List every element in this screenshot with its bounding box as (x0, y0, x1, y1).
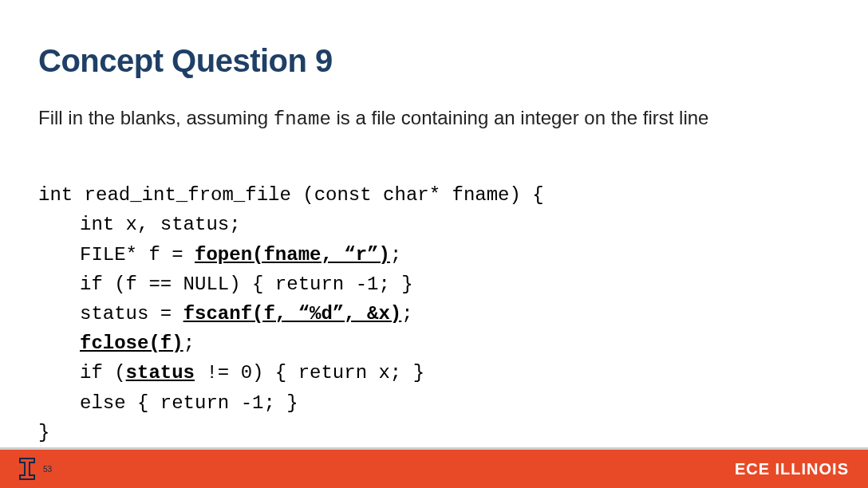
blank-fclose: fclose(f) (80, 333, 183, 354)
code-line-7a: if ( (80, 362, 126, 384)
slide-title: Concept Question 9 (38, 43, 830, 79)
blank-fscanf: fscanf(f, “%d”, &x) (183, 303, 402, 325)
code-line-8: else { return -1; } (80, 392, 298, 414)
prompt-mono: fname (274, 108, 331, 130)
code-line-9: } (38, 422, 49, 443)
slide: Concept Question 9 Fill in the blanks, a… (0, 0, 868, 488)
code-line-2: int x, status; (80, 214, 241, 235)
ece-bold: ECE (735, 460, 770, 478)
code-line-5b: ; (401, 303, 412, 325)
prompt-before: Fill in the blanks, assuming (38, 107, 274, 128)
page-number: 53 (43, 465, 52, 474)
code-line-3a: FILE* f = (80, 244, 195, 266)
code-line-7b: != 0) { return x; } (195, 362, 424, 384)
ece-illinois-label: ECE ILLINOIS (735, 460, 849, 478)
code-line-3b: ; (390, 244, 401, 266)
svg-rect-3 (21, 459, 34, 462)
blank-status: status (126, 362, 195, 384)
illinois-block-i-icon (18, 456, 37, 482)
code-block: int read_int_from_file (const char* fnam… (38, 151, 830, 477)
code-line-6b: ; (183, 333, 195, 354)
code-line-4: if (f == NULL) { return -1; } (80, 274, 413, 295)
content-area: Concept Question 9 Fill in the blanks, a… (0, 0, 868, 477)
blank-fopen: fopen(fname, “r”) (195, 244, 390, 266)
prompt-after: is a file containing an integer on the f… (331, 107, 709, 128)
svg-rect-5 (21, 476, 34, 478)
ece-rest: ILLINOIS (770, 460, 849, 478)
prompt-text: Fill in the blanks, assuming fname is a … (38, 106, 830, 132)
code-line-5a: status = (80, 303, 183, 325)
svg-rect-4 (26, 462, 29, 476)
code-line-1: int read_int_from_file (const char* fnam… (38, 184, 544, 206)
